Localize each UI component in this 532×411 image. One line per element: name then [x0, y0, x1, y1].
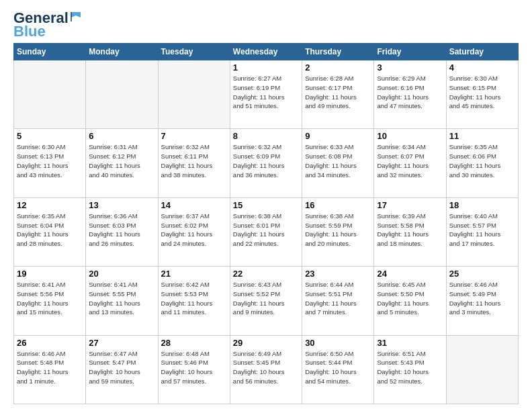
- day-number: 21: [161, 269, 227, 279]
- calendar-table: SundayMondayTuesdayWednesdayThursdayFrid…: [13, 43, 519, 404]
- day-number: 23: [305, 269, 371, 279]
- calendar-cell: 31Sunrise: 6:51 AM Sunset: 5:43 PM Dayli…: [374, 335, 446, 404]
- day-info: Sunrise: 6:32 AM Sunset: 6:09 PM Dayligh…: [233, 142, 299, 179]
- calendar-cell: 24Sunrise: 6:45 AM Sunset: 5:50 PM Dayli…: [374, 267, 446, 335]
- calendar-week-row: 1Sunrise: 6:27 AM Sunset: 6:19 PM Daylig…: [14, 60, 519, 129]
- day-info: Sunrise: 6:34 AM Sunset: 6:07 PM Dayligh…: [377, 142, 443, 179]
- day-info: Sunrise: 6:40 AM Sunset: 5:57 PM Dayligh…: [449, 212, 515, 248]
- day-info: Sunrise: 6:46 AM Sunset: 5:49 PM Dayligh…: [449, 280, 515, 317]
- logo: General Blue: [13, 11, 82, 39]
- svg-marker-0: [71, 12, 81, 17]
- day-number: 11: [449, 131, 515, 141]
- calendar-cell: 1Sunrise: 6:27 AM Sunset: 6:19 PM Daylig…: [230, 60, 302, 129]
- day-number: 15: [233, 200, 299, 210]
- calendar-cell: 16Sunrise: 6:38 AM Sunset: 5:59 PM Dayli…: [302, 197, 374, 266]
- day-info: Sunrise: 6:38 AM Sunset: 5:59 PM Dayligh…: [305, 212, 371, 248]
- calendar-cell: 30Sunrise: 6:50 AM Sunset: 5:44 PM Dayli…: [302, 335, 374, 404]
- day-number: 26: [17, 338, 83, 348]
- day-number: 5: [17, 131, 83, 141]
- calendar-header-row: SundayMondayTuesdayWednesdayThursdayFrid…: [14, 44, 519, 60]
- day-info: Sunrise: 6:30 AM Sunset: 6:15 PM Dayligh…: [449, 74, 515, 111]
- day-number: 9: [305, 131, 371, 141]
- day-number: 12: [17, 200, 83, 210]
- day-number: 16: [305, 200, 371, 210]
- calendar-cell: [86, 60, 158, 129]
- calendar-cell: 29Sunrise: 6:49 AM Sunset: 5:45 PM Dayli…: [230, 335, 302, 404]
- calendar-cell: [158, 60, 230, 129]
- day-number: 10: [377, 131, 443, 141]
- calendar-cell: 28Sunrise: 6:48 AM Sunset: 5:46 PM Dayli…: [158, 335, 230, 404]
- calendar-week-row: 19Sunrise: 6:41 AM Sunset: 5:56 PM Dayli…: [14, 267, 519, 335]
- day-info: Sunrise: 6:30 AM Sunset: 6:13 PM Dayligh…: [17, 142, 83, 179]
- day-info: Sunrise: 6:51 AM Sunset: 5:43 PM Dayligh…: [377, 349, 443, 386]
- calendar-cell: 7Sunrise: 6:32 AM Sunset: 6:11 PM Daylig…: [158, 129, 230, 197]
- day-info: Sunrise: 6:38 AM Sunset: 6:01 PM Dayligh…: [233, 212, 299, 248]
- day-number: 19: [17, 269, 83, 279]
- calendar-cell: 22Sunrise: 6:43 AM Sunset: 5:52 PM Dayli…: [230, 267, 302, 335]
- calendar-cell: 6Sunrise: 6:31 AM Sunset: 6:12 PM Daylig…: [86, 129, 158, 197]
- day-info: Sunrise: 6:41 AM Sunset: 5:56 PM Dayligh…: [17, 280, 83, 317]
- day-info: Sunrise: 6:50 AM Sunset: 5:44 PM Dayligh…: [305, 349, 371, 386]
- calendar-cell: 11Sunrise: 6:35 AM Sunset: 6:06 PM Dayli…: [446, 129, 518, 197]
- day-number: 6: [89, 131, 154, 141]
- calendar-cell: 5Sunrise: 6:30 AM Sunset: 6:13 PM Daylig…: [14, 129, 86, 197]
- day-number: 24: [377, 269, 443, 279]
- calendar-cell: 10Sunrise: 6:34 AM Sunset: 6:07 PM Dayli…: [374, 129, 446, 197]
- day-info: Sunrise: 6:45 AM Sunset: 5:50 PM Dayligh…: [377, 280, 443, 317]
- logo-blue: Blue: [13, 24, 46, 39]
- header: General Blue: [13, 11, 519, 39]
- day-number: 2: [305, 62, 371, 73]
- day-number: 3: [377, 62, 443, 73]
- weekday-header-saturday: Saturday: [446, 44, 518, 60]
- day-info: Sunrise: 6:29 AM Sunset: 6:16 PM Dayligh…: [377, 74, 443, 111]
- calendar-cell: 26Sunrise: 6:46 AM Sunset: 5:48 PM Dayli…: [14, 335, 86, 404]
- day-info: Sunrise: 6:32 AM Sunset: 6:11 PM Dayligh…: [161, 142, 227, 179]
- weekday-header-thursday: Thursday: [302, 44, 374, 60]
- day-number: 30: [305, 338, 371, 348]
- calendar-cell: 23Sunrise: 6:44 AM Sunset: 5:51 PM Dayli…: [302, 267, 374, 335]
- day-info: Sunrise: 6:48 AM Sunset: 5:46 PM Dayligh…: [161, 349, 227, 386]
- day-number: 27: [89, 338, 154, 348]
- day-info: Sunrise: 6:44 AM Sunset: 5:51 PM Dayligh…: [305, 280, 371, 317]
- day-info: Sunrise: 6:28 AM Sunset: 6:17 PM Dayligh…: [305, 74, 371, 111]
- calendar-week-row: 12Sunrise: 6:35 AM Sunset: 6:04 PM Dayli…: [14, 197, 519, 266]
- calendar-cell: 17Sunrise: 6:39 AM Sunset: 5:58 PM Dayli…: [374, 197, 446, 266]
- logo-flag-icon: [70, 11, 82, 23]
- calendar-cell: 18Sunrise: 6:40 AM Sunset: 5:57 PM Dayli…: [446, 197, 518, 266]
- calendar-week-row: 5Sunrise: 6:30 AM Sunset: 6:13 PM Daylig…: [14, 129, 519, 197]
- day-info: Sunrise: 6:27 AM Sunset: 6:19 PM Dayligh…: [233, 74, 299, 111]
- day-number: 20: [89, 269, 154, 279]
- day-number: 17: [377, 200, 443, 210]
- calendar-cell: 19Sunrise: 6:41 AM Sunset: 5:56 PM Dayli…: [14, 267, 86, 335]
- page: General Blue SundayMondayTuesdayWednesda…: [0, 0, 532, 411]
- day-info: Sunrise: 6:47 AM Sunset: 5:47 PM Dayligh…: [89, 349, 154, 386]
- calendar-cell: 12Sunrise: 6:35 AM Sunset: 6:04 PM Dayli…: [14, 197, 86, 266]
- calendar-cell: 21Sunrise: 6:42 AM Sunset: 5:53 PM Dayli…: [158, 267, 230, 335]
- day-info: Sunrise: 6:35 AM Sunset: 6:04 PM Dayligh…: [17, 212, 83, 248]
- day-info: Sunrise: 6:46 AM Sunset: 5:48 PM Dayligh…: [17, 349, 83, 386]
- calendar-cell: [446, 335, 518, 404]
- day-info: Sunrise: 6:35 AM Sunset: 6:06 PM Dayligh…: [449, 142, 515, 179]
- day-info: Sunrise: 6:33 AM Sunset: 6:08 PM Dayligh…: [305, 142, 371, 179]
- calendar-cell: 2Sunrise: 6:28 AM Sunset: 6:17 PM Daylig…: [302, 60, 374, 129]
- day-number: 22: [233, 269, 299, 279]
- day-number: 8: [233, 131, 299, 141]
- calendar-cell: [14, 60, 86, 129]
- day-info: Sunrise: 6:39 AM Sunset: 5:58 PM Dayligh…: [377, 212, 443, 248]
- day-number: 4: [449, 62, 515, 73]
- calendar-cell: 4Sunrise: 6:30 AM Sunset: 6:15 PM Daylig…: [446, 60, 518, 129]
- calendar-week-row: 26Sunrise: 6:46 AM Sunset: 5:48 PM Dayli…: [14, 335, 519, 404]
- calendar-cell: 25Sunrise: 6:46 AM Sunset: 5:49 PM Dayli…: [446, 267, 518, 335]
- day-info: Sunrise: 6:42 AM Sunset: 5:53 PM Dayligh…: [161, 280, 227, 317]
- calendar-cell: 20Sunrise: 6:41 AM Sunset: 5:55 PM Dayli…: [86, 267, 158, 335]
- day-info: Sunrise: 6:49 AM Sunset: 5:45 PM Dayligh…: [233, 349, 299, 386]
- day-number: 1: [233, 62, 299, 73]
- calendar-cell: 14Sunrise: 6:37 AM Sunset: 6:02 PM Dayli…: [158, 197, 230, 266]
- day-info: Sunrise: 6:41 AM Sunset: 5:55 PM Dayligh…: [89, 280, 154, 317]
- day-number: 7: [161, 131, 227, 141]
- day-number: 13: [89, 200, 154, 210]
- calendar-cell: 15Sunrise: 6:38 AM Sunset: 6:01 PM Dayli…: [230, 197, 302, 266]
- day-number: 31: [377, 338, 443, 348]
- weekday-header-tuesday: Tuesday: [158, 44, 230, 60]
- weekday-header-wednesday: Wednesday: [230, 44, 302, 60]
